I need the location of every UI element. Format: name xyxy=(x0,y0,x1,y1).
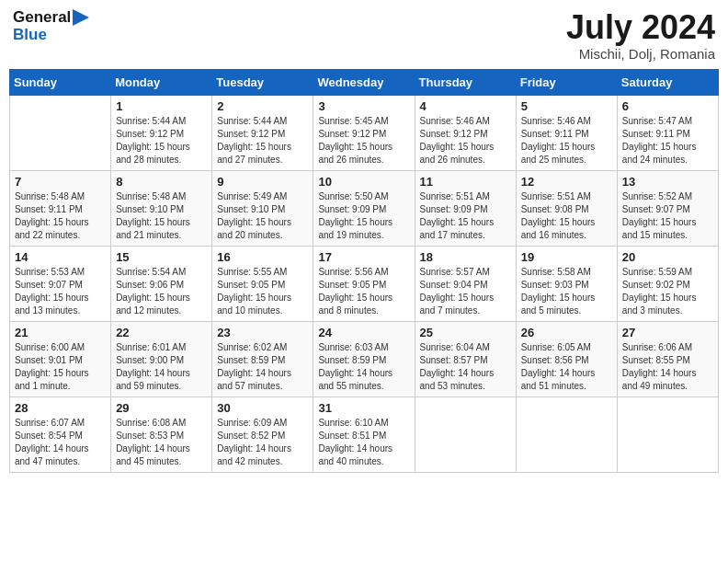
day-info: Sunrise: 5:50 AMSunset: 9:09 PMDaylight:… xyxy=(318,191,392,240)
day-number: 29 xyxy=(116,401,207,415)
day-info: Sunrise: 5:46 AMSunset: 9:12 PMDaylight:… xyxy=(420,116,495,165)
day-info: Sunrise: 5:47 AMSunset: 9:11 PMDaylight:… xyxy=(622,116,697,165)
calendar-cell: 24 Sunrise: 6:03 AMSunset: 8:59 PMDaylig… xyxy=(313,321,415,396)
calendar-cell: 14 Sunrise: 5:53 AMSunset: 9:07 PMDaylig… xyxy=(10,246,111,321)
calendar-cell: 12 Sunrise: 5:51 AMSunset: 9:08 PMDaylig… xyxy=(516,170,617,246)
calendar-cell: 25 Sunrise: 6:04 AMSunset: 8:57 PMDaylig… xyxy=(415,321,516,396)
day-info: Sunrise: 5:54 AMSunset: 9:06 PMDaylight:… xyxy=(116,267,190,316)
day-info: Sunrise: 5:49 AMSunset: 9:10 PMDaylight:… xyxy=(217,191,291,240)
day-info: Sunrise: 6:03 AMSunset: 8:59 PMDaylight:… xyxy=(318,342,392,391)
calendar-cell: 20 Sunrise: 5:59 AMSunset: 9:02 PMDaylig… xyxy=(617,246,718,321)
day-number: 17 xyxy=(318,250,409,264)
calendar-cell: 7 Sunrise: 5:48 AMSunset: 9:11 PMDayligh… xyxy=(10,170,111,246)
location: Mischii, Dolj, Romania xyxy=(566,46,715,62)
day-number: 20 xyxy=(622,250,713,264)
weekday-header-saturday: Saturday xyxy=(617,69,718,95)
day-number: 4 xyxy=(420,99,511,113)
day-number: 24 xyxy=(318,326,409,339)
day-info: Sunrise: 5:46 AMSunset: 9:11 PMDaylight:… xyxy=(521,116,596,165)
day-number: 25 xyxy=(420,326,511,339)
week-row-1: 1 Sunrise: 5:44 AMSunset: 9:12 PMDayligh… xyxy=(10,95,719,170)
day-number: 7 xyxy=(15,175,106,189)
day-info: Sunrise: 5:57 AMSunset: 9:04 PMDaylight:… xyxy=(420,267,495,316)
logo-general: General xyxy=(13,9,71,27)
day-info: Sunrise: 5:48 AMSunset: 9:10 PMDaylight:… xyxy=(116,191,190,240)
day-info: Sunrise: 6:07 AMSunset: 8:54 PMDaylight:… xyxy=(15,418,89,466)
day-number: 3 xyxy=(318,99,409,113)
day-number: 12 xyxy=(521,175,612,189)
calendar-cell xyxy=(10,95,111,170)
day-info: Sunrise: 5:53 AMSunset: 9:07 PMDaylight:… xyxy=(15,267,89,316)
calendar-cell: 15 Sunrise: 5:54 AMSunset: 9:06 PMDaylig… xyxy=(111,246,212,321)
calendar-cell: 3 Sunrise: 5:45 AMSunset: 9:12 PMDayligh… xyxy=(313,95,415,170)
calendar-cell xyxy=(516,396,617,472)
logo: General Blue xyxy=(13,9,89,43)
day-info: Sunrise: 5:48 AMSunset: 9:11 PMDaylight:… xyxy=(15,191,89,240)
day-info: Sunrise: 5:59 AMSunset: 9:02 PMDaylight:… xyxy=(622,267,697,316)
day-number: 23 xyxy=(217,326,308,339)
day-info: Sunrise: 5:45 AMSunset: 9:12 PMDaylight:… xyxy=(318,116,392,165)
calendar-cell: 2 Sunrise: 5:44 AMSunset: 9:12 PMDayligh… xyxy=(212,95,313,170)
day-info: Sunrise: 5:58 AMSunset: 9:03 PMDaylight:… xyxy=(521,267,596,316)
calendar-cell: 27 Sunrise: 6:06 AMSunset: 8:55 PMDaylig… xyxy=(617,321,718,396)
day-number: 14 xyxy=(15,250,106,264)
day-info: Sunrise: 6:05 AMSunset: 8:56 PMDaylight:… xyxy=(521,342,596,391)
week-row-3: 14 Sunrise: 5:53 AMSunset: 9:07 PMDaylig… xyxy=(10,246,719,321)
calendar-cell xyxy=(415,396,516,472)
weekday-header-monday: Monday xyxy=(111,69,212,95)
calendar-cell: 17 Sunrise: 5:56 AMSunset: 9:05 PMDaylig… xyxy=(313,246,415,321)
day-number: 30 xyxy=(217,401,308,415)
week-row-5: 28 Sunrise: 6:07 AMSunset: 8:54 PMDaylig… xyxy=(10,396,719,472)
day-info: Sunrise: 5:55 AMSunset: 9:05 PMDaylight:… xyxy=(217,267,291,316)
day-number: 8 xyxy=(116,175,207,189)
day-number: 21 xyxy=(15,326,106,339)
svg-marker-0 xyxy=(73,9,89,26)
calendar-cell: 30 Sunrise: 6:09 AMSunset: 8:52 PMDaylig… xyxy=(212,396,313,472)
logo-blue: Blue xyxy=(13,27,47,44)
calendar-cell: 10 Sunrise: 5:50 AMSunset: 9:09 PMDaylig… xyxy=(313,170,415,246)
day-info: Sunrise: 5:44 AMSunset: 9:12 PMDaylight:… xyxy=(217,116,291,165)
weekday-header-friday: Friday xyxy=(516,69,617,95)
day-info: Sunrise: 5:44 AMSunset: 9:12 PMDaylight:… xyxy=(116,116,190,165)
day-number: 5 xyxy=(521,99,612,113)
day-number: 18 xyxy=(420,250,511,264)
weekday-header-thursday: Thursday xyxy=(415,69,516,95)
weekday-header-tuesday: Tuesday xyxy=(212,69,313,95)
day-number: 26 xyxy=(521,326,612,339)
calendar-cell: 11 Sunrise: 5:51 AMSunset: 9:09 PMDaylig… xyxy=(415,170,516,246)
weekday-header-sunday: Sunday xyxy=(10,69,111,95)
day-number: 31 xyxy=(318,401,409,415)
month-title: July 2024 xyxy=(566,9,715,46)
weekday-header-row: SundayMondayTuesdayWednesdayThursdayFrid… xyxy=(10,69,719,95)
day-info: Sunrise: 6:01 AMSunset: 9:00 PMDaylight:… xyxy=(116,342,190,391)
calendar-cell: 31 Sunrise: 6:10 AMSunset: 8:51 PMDaylig… xyxy=(313,396,415,472)
calendar-cell: 8 Sunrise: 5:48 AMSunset: 9:10 PMDayligh… xyxy=(111,170,212,246)
day-number: 1 xyxy=(116,99,207,113)
day-info: Sunrise: 6:06 AMSunset: 8:55 PMDaylight:… xyxy=(622,342,697,391)
title-block: July 2024 Mischii, Dolj, Romania xyxy=(566,9,715,62)
calendar-cell: 18 Sunrise: 5:57 AMSunset: 9:04 PMDaylig… xyxy=(415,246,516,321)
week-row-2: 7 Sunrise: 5:48 AMSunset: 9:11 PMDayligh… xyxy=(10,170,719,246)
logo-chevron-icon xyxy=(73,9,89,26)
day-number: 27 xyxy=(622,326,713,339)
day-number: 15 xyxy=(116,250,207,264)
day-info: Sunrise: 6:00 AMSunset: 9:01 PMDaylight:… xyxy=(15,342,89,391)
day-info: Sunrise: 6:10 AMSunset: 8:51 PMDaylight:… xyxy=(318,418,392,466)
calendar-cell: 5 Sunrise: 5:46 AMSunset: 9:11 PMDayligh… xyxy=(516,95,617,170)
week-row-4: 21 Sunrise: 6:00 AMSunset: 9:01 PMDaylig… xyxy=(10,321,719,396)
day-info: Sunrise: 6:09 AMSunset: 8:52 PMDaylight:… xyxy=(217,418,291,466)
day-number: 22 xyxy=(116,326,207,339)
day-number: 2 xyxy=(217,99,308,113)
day-number: 28 xyxy=(15,401,106,415)
calendar-cell: 1 Sunrise: 5:44 AMSunset: 9:12 PMDayligh… xyxy=(111,95,212,170)
calendar-cell: 16 Sunrise: 5:55 AMSunset: 9:05 PMDaylig… xyxy=(212,246,313,321)
day-info: Sunrise: 6:04 AMSunset: 8:57 PMDaylight:… xyxy=(420,342,495,391)
weekday-header-wednesday: Wednesday xyxy=(313,69,415,95)
calendar-cell: 13 Sunrise: 5:52 AMSunset: 9:07 PMDaylig… xyxy=(617,170,718,246)
day-info: Sunrise: 5:56 AMSunset: 9:05 PMDaylight:… xyxy=(318,267,392,316)
page-header: General Blue July 2024 Mischii, Dolj, Ro… xyxy=(9,9,719,62)
calendar-cell: 9 Sunrise: 5:49 AMSunset: 9:10 PMDayligh… xyxy=(212,170,313,246)
day-number: 9 xyxy=(217,175,308,189)
calendar-cell: 23 Sunrise: 6:02 AMSunset: 8:59 PMDaylig… xyxy=(212,321,313,396)
calendar-cell: 28 Sunrise: 6:07 AMSunset: 8:54 PMDaylig… xyxy=(10,396,111,472)
